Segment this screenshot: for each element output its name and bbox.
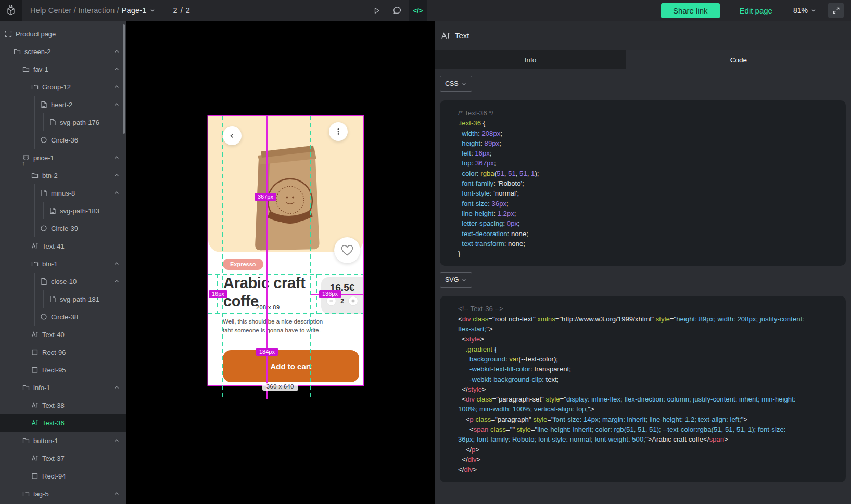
indent-guide [17, 273, 26, 290]
layer-row-text-38[interactable]: Text-38 [0, 396, 126, 414]
chevron-up-icon[interactable] [113, 66, 120, 72]
measure-line-vertical [266, 116, 268, 399]
layer-row-group-12[interactable]: Group-12 [0, 78, 126, 96]
layer-row-tag-5[interactable]: tag-5 [0, 485, 126, 502]
layer-label: Circle-39 [51, 225, 78, 232]
sidebar-scrollbar[interactable] [123, 24, 125, 134]
product-page-frame[interactable]: Expresso Arabic craft coffe 208 x 89 Wel… [208, 116, 363, 385]
favorite-button[interactable] [334, 237, 360, 263]
indent-guide [17, 202, 26, 219]
layer-row-rect-96[interactable]: Rect-96 [0, 343, 126, 361]
layer-row-circle-38[interactable]: Circle-38 [0, 308, 126, 326]
chevron-up-icon[interactable] [113, 172, 120, 178]
layer-row-text-36[interactable]: Text-36 [0, 414, 126, 432]
indent-guide [8, 131, 17, 149]
indent-guide [8, 202, 17, 219]
layer-row-price-1[interactable]: price-1 [0, 149, 126, 166]
svg-code-block[interactable]: <!-- Text-36 --><div class="root rich-te… [440, 296, 846, 482]
circle-icon [40, 313, 48, 321]
rect-icon [31, 348, 39, 356]
zoom-level-dropdown[interactable]: 81% [793, 6, 817, 15]
design-canvas[interactable]: Expresso Arabic craft coffe 208 x 89 Wel… [126, 21, 435, 504]
indent-guide [17, 449, 26, 467]
layer-row-button-1[interactable]: button-1 [0, 432, 126, 449]
description-line2: taht someone is gonna have to write. [223, 326, 323, 335]
css-language-dropdown[interactable]: CSS [440, 76, 472, 92]
edit-page-link[interactable]: Edit page [740, 6, 772, 15]
layer-row-minus-8[interactable]: minus-8 [0, 184, 126, 202]
indent-guide [17, 290, 26, 308]
layer-row-product page[interactable]: Product page [0, 25, 126, 43]
layer-row-info-1[interactable]: info-1 [0, 379, 126, 396]
chevron-up-icon[interactable] [113, 261, 120, 267]
chevron-left-icon [228, 132, 236, 140]
indent-guide [17, 219, 26, 237]
layer-row-circle-39[interactable]: Circle-39 [0, 219, 126, 237]
chevron-up-icon[interactable] [113, 437, 120, 444]
layer-row-svg-path-176[interactable]: svg-path-176 [0, 113, 126, 131]
comments-button[interactable] [388, 0, 407, 21]
fullscreen-button[interactable] [828, 3, 844, 18]
code-mode-button[interactable]: </> [409, 0, 427, 21]
inspector-header: Text [435, 21, 851, 50]
chevron-up-icon[interactable] [113, 48, 120, 55]
layer-row-fav-1[interactable]: fav-1 [0, 60, 126, 78]
product-tag-badge[interactable]: Expresso [223, 259, 263, 270]
indent-guide [8, 78, 17, 96]
layer-row-screen-2[interactable]: screen-2 [0, 43, 126, 60]
back-button[interactable] [223, 126, 242, 145]
guide-line-vertical-right [310, 116, 311, 397]
breadcrumb[interactable]: Help Center / Interaction / Page-1 [30, 6, 156, 15]
share-link-button[interactable]: Share link [661, 3, 720, 18]
chevron-up-icon[interactable] [113, 490, 120, 497]
chevron-up-icon[interactable] [113, 278, 120, 285]
chevron-up-icon[interactable] [113, 190, 120, 196]
svgfile-icon [48, 295, 57, 303]
layer-row-svg-path-183[interactable]: svg-path-183 [0, 202, 126, 219]
code-line: </div> [458, 455, 804, 464]
tab-code[interactable]: Code [626, 50, 851, 69]
layer-row-heart-2[interactable]: heart-2 [0, 96, 126, 113]
indent-guide [8, 396, 17, 414]
indent-guide [17, 113, 26, 131]
indent-guide [26, 219, 34, 237]
layer-row-btn-1[interactable]: btn-1 [0, 255, 126, 273]
circle-icon [40, 224, 48, 232]
indent-guide [26, 308, 34, 326]
add-to-cart-button[interactable]: Add to cart [223, 350, 359, 382]
layers-sidebar: Product pagescreen-2fav-1Group-12heart-2… [0, 21, 126, 504]
indent-guide [17, 255, 26, 273]
guide-line-horizontal-bottom [208, 313, 363, 314]
layer-label: Text-40 [42, 331, 65, 339]
chevron-up-icon[interactable] [113, 384, 120, 391]
layer-label: fav-1 [33, 66, 48, 73]
chevron-up-icon[interactable] [113, 154, 120, 161]
layer-row-circle-36[interactable]: Circle-36 [0, 131, 126, 149]
layer-row-rect-94[interactable]: Rect-94 [0, 467, 126, 485]
indent-guide [17, 237, 26, 255]
layer-row-svg-path-181[interactable]: svg-path-181 [0, 290, 126, 308]
play-button[interactable] [367, 0, 386, 21]
layer-row-close-10[interactable]: close-10 [0, 273, 126, 290]
tab-info[interactable]: Info [435, 50, 626, 69]
code-line: color: rgba(51, 51, 51, 1); [458, 169, 804, 178]
code-line: left: 16px; [458, 148, 804, 158]
css-code-block[interactable]: /* Text-36 */.text-36 { width: 208px; he… [440, 100, 846, 266]
increase-quantity-button[interactable] [348, 296, 358, 306]
chevron-up-icon[interactable] [113, 84, 120, 90]
code-line: <style> [458, 334, 804, 344]
product-description[interactable]: Well, this should be a nice description … [223, 317, 323, 335]
indent-guide [8, 467, 17, 485]
layer-row-text-37[interactable]: Text-37 [0, 449, 126, 467]
layer-row-rect-95[interactable]: Rect-95 [0, 361, 126, 379]
layer-row-text-40[interactable]: Text-40 [0, 326, 126, 343]
text-icon [31, 242, 39, 250]
more-options-button[interactable] [329, 122, 348, 141]
app-logo[interactable] [0, 0, 22, 21]
layer-row-text-41[interactable]: Text-41 [0, 237, 126, 255]
layer-row-btn-2[interactable]: btn-2 [0, 166, 126, 184]
chevron-down-icon[interactable] [149, 7, 156, 14]
svg-language-dropdown[interactable]: SVG [440, 272, 472, 288]
chevron-up-icon[interactable] [113, 101, 120, 108]
plus-icon [351, 299, 355, 303]
